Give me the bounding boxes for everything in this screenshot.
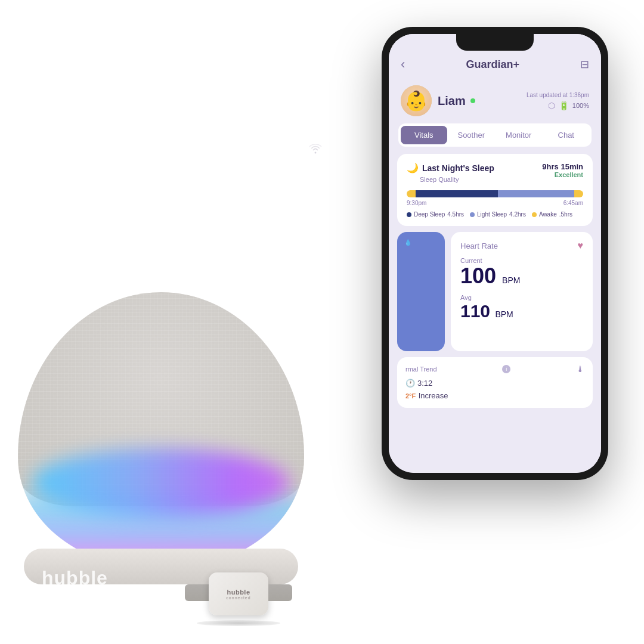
sleep-bar-pre [407,190,416,197]
sleep-quality-label: Sleep Quality [420,176,459,183]
speaker-shell [18,292,304,566]
heart-rate-title: Heart Rate [460,242,498,250]
temp-trend-row: rmal Trend i 🌡 🕐 3:12 2°F Increase [397,357,593,408]
sleep-bar [407,190,583,197]
sleep-header: 🌙 Last Night's Sleep Sleep Quality 9hrs … [407,162,583,184]
device-status-icons: ⬡ 🔋 100% [548,101,589,110]
tab-vitals[interactable]: Vitals [401,126,447,144]
legend-dot-awake [532,212,537,217]
wifi-icon [309,143,322,157]
speaker-fabric [18,292,304,506]
fabric-texture [18,292,304,506]
online-indicator [470,98,475,103]
clock-icon: 🕐 [405,379,415,388]
avg-hr-unit: BPM [495,309,513,319]
tab-soother[interactable]: Soother [448,126,495,144]
tab-chat[interactable]: Chat [543,126,590,144]
battery-icon: 🔋 [559,101,569,110]
app-title: Guardian+ [466,58,519,71]
info-icon[interactable]: i [502,365,510,373]
profile-right: Last updated at 1:36pm ⬡ 🔋 100% [527,92,589,110]
profile-name: Liam [438,94,466,108]
current-hr-section: Current 100 BPM [460,257,583,287]
current-hr-value: 100 BPM [460,265,583,287]
phone: ‹ Guardian+ ⊟ 👶 Liam [382,27,608,480]
battery-level: 100% [572,102,589,109]
sleep-quality-value: Excellent [542,171,583,178]
sleep-title-row: 🌙 Last Night's Sleep [407,162,494,174]
app-main: 🌙 Last Night's Sleep Sleep Quality 9hrs … [389,154,601,473]
trend-title: rmal Trend [405,366,437,373]
app-content: ‹ Guardian+ ⊟ 👶 Liam [389,34,601,473]
legend-deep-value: 4.5hrs [447,211,464,218]
strap-right [268,584,292,601]
speaker-brand: hubble connected [42,567,108,596]
legend-awake-value: .5hrs [559,211,572,218]
moon-icon: 🌙 [407,162,419,174]
wearable-device: hubble connected [185,566,292,626]
legend-awake: Awake .5hrs [532,211,572,218]
thermometer-icon: 🌡 [576,364,584,374]
profile-left: 👶 Liam [401,85,475,116]
stats-row: 💧 Heart Rate ♥ Current 100 [397,232,593,351]
avatar-face: 👶 [401,85,432,116]
sleep-card: 🌙 Last Night's Sleep Sleep Quality 9hrs … [397,154,593,226]
avg-hr-label: Avg [460,294,583,301]
legend-deep-sleep: Deep Sleep 4.5hrs [407,211,464,218]
legend-awake-label: Awake [539,211,557,218]
led-sharp-glow [32,448,290,517]
trend-change: 2°F Increase [405,390,584,401]
speaker-device: hubble connected [0,107,370,644]
oxygen-icon-area: 💧 [404,239,438,246]
led-ambient-glow [18,484,304,566]
sleep-stats-right: 9hrs 15min Excellent [542,162,583,178]
last-updated-text: Last updated at 1:36pm [527,92,589,98]
current-hr-unit: BPM [502,275,520,285]
wearable-brand-name: hubble [226,589,250,596]
back-button[interactable]: ‹ [401,57,405,72]
trend-card: rmal Trend i 🌡 🕐 3:12 2°F Increase [397,357,593,408]
phone-screen: ‹ Guardian+ ⊟ 👶 Liam [389,34,601,473]
wearable-body: hubble connected [209,572,268,615]
trend-change-label: Increase [419,391,448,400]
sleep-end-time: 6:45am [564,200,583,206]
sleep-legend: Deep Sleep 4.5hrs Light Sleep 4.2hrs Awa… [407,211,583,218]
trend-header: rmal Trend i 🌡 [405,364,584,374]
wearable-brand: hubble connected [226,589,250,600]
sleep-duration: 9hrs 15min [542,162,583,171]
legend-deep-label: Deep Sleep [414,211,445,218]
heart-rate-header: Heart Rate ♥ [460,240,583,251]
tab-monitor[interactable]: Monitor [496,126,542,144]
wearable-shadow [197,620,280,626]
legend-dot-light [470,212,475,217]
phone-notch [456,34,534,51]
speaker-brand-name: hubble [42,567,108,589]
wearable-brand-sub: connected [226,596,250,600]
profile-row: 👶 Liam Last updated at 1:36pm [389,80,601,123]
sleep-title-block: 🌙 Last Night's Sleep Sleep Quality [407,162,494,184]
sleep-title: Last Night's Sleep [422,163,494,173]
device-icon: ⬡ [548,101,555,110]
phone-frame: ‹ Guardian+ ⊟ 👶 Liam [382,27,608,480]
heart-rate-card: Heart Rate ♥ Current 100 BPM [451,232,593,351]
filter-icon[interactable]: ⊟ [580,58,589,71]
sleep-bar-awake [574,190,583,197]
sleep-start-time: 9:30pm [407,200,426,206]
speaker-body [18,274,316,584]
avg-hr-section: Avg 110 BPM [460,294,583,320]
avatar: 👶 [401,85,432,116]
legend-dot-deep [407,212,411,217]
legend-light-sleep: Light Sleep 4.2hrs [470,211,526,218]
profile-info: Liam [438,94,475,108]
sleep-bar-deep [416,190,497,197]
trend-time: 🕐 3:12 [405,379,584,388]
speaker-brand-sub: connected [42,587,108,596]
tab-bar: Vitals Soother Monitor Chat [398,123,592,147]
sleep-times: 9:30pm 6:45am [407,200,583,206]
baby-avatar: 👶 [404,89,428,112]
legend-light-label: Light Sleep [477,211,507,218]
oxygen-card: 💧 [397,232,445,351]
trend-change-value: 2°F [405,392,416,400]
sleep-bar-light [498,190,574,197]
heart-icon: ♥ [578,240,584,251]
